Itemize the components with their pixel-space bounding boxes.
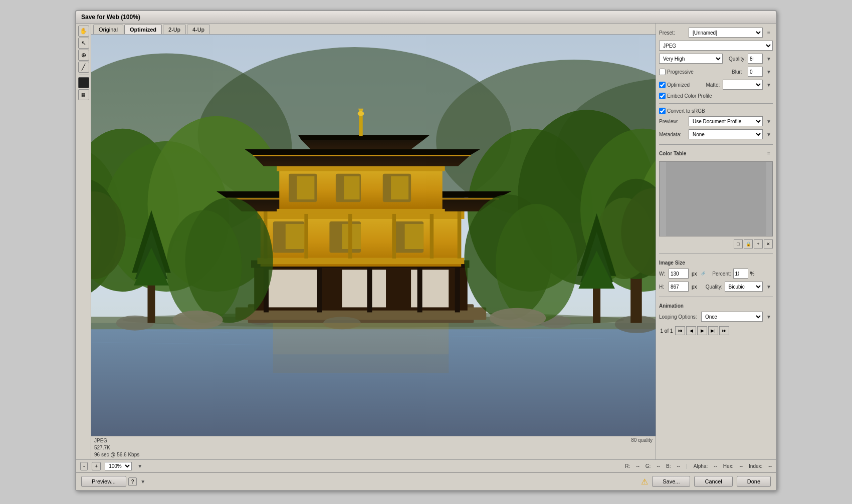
save-button-label: Save... (663, 478, 680, 484)
preset-select[interactable]: [Unnamed] (689, 28, 763, 38)
color-add-icon[interactable]: + (754, 239, 763, 248)
format-row: JPEG (659, 41, 773, 51)
zoom-select[interactable]: 100% (105, 462, 132, 470)
color-lock-icon[interactable]: 🔒 (744, 239, 753, 248)
looping-select[interactable]: Once (701, 312, 763, 322)
svg-rect-28 (342, 270, 386, 307)
quality-resample-label: Quality: (700, 284, 723, 290)
metadata-label: Metadata: (659, 132, 687, 137)
svg-rect-50 (458, 211, 462, 259)
image-size-row: W: px 🔗 Percent: % (659, 269, 773, 279)
anim-next-btn[interactable]: ▶| (708, 326, 718, 335)
index-value: -- (768, 463, 772, 469)
color-map-icon[interactable]: □ (734, 239, 743, 248)
help-btn[interactable]: ? (128, 477, 137, 486)
zoom-out-btn[interactable]: - (80, 462, 88, 470)
alpha-value: -- (714, 463, 717, 469)
preview-image (91, 35, 656, 436)
svg-marker-63 (253, 155, 471, 166)
select-tool[interactable]: ↖ (78, 38, 89, 49)
animation-label: Animation (659, 303, 773, 309)
quality-input[interactable] (748, 54, 763, 64)
svg-rect-95 (273, 354, 449, 373)
svg-rect-38 (286, 224, 305, 249)
color-table-header: Color Table ≡ (659, 149, 773, 157)
height-input[interactable] (669, 282, 689, 292)
preset-menu-icon[interactable]: ≡ (765, 29, 773, 37)
cancel-button[interactable]: Cancel (694, 476, 732, 487)
convert-srgb-checkbox[interactable] (659, 108, 666, 114)
tab-optimized[interactable]: Optimized (124, 25, 162, 34)
preview-select[interactable]: Use Document Profile (689, 116, 763, 126)
r-label: R: (625, 463, 630, 469)
resample-select[interactable]: Bicubic (725, 282, 763, 292)
image-info-left: JPEG 527.7K 96 sec @ 56.6 Kbps (94, 437, 139, 458)
save-button[interactable]: Save... (652, 476, 690, 487)
toggle-slices[interactable]: ▦ (78, 89, 89, 100)
preset-label: Preset: (659, 30, 687, 36)
eyedropper-tool[interactable]: ╱ (78, 62, 89, 73)
metadata-select[interactable]: None (689, 129, 763, 139)
title-bar: Save for Web (100%) (76, 11, 776, 24)
looping-label: Looping Options: (659, 314, 699, 320)
hex-value: -- (739, 463, 743, 469)
color-table-menu-icon[interactable]: ≡ (765, 149, 773, 157)
matte-select[interactable] (723, 80, 763, 90)
blur-dropdown-icon[interactable]: ▼ (765, 68, 773, 76)
anim-first-btn[interactable]: ⏮ (675, 326, 685, 335)
format-select[interactable]: JPEG (659, 41, 773, 51)
compression-select[interactable]: Very High (659, 54, 723, 64)
preview-button[interactable]: Preview... (81, 476, 126, 487)
anim-play-btn[interactable]: ▶ (697, 326, 707, 335)
tab-4up[interactable]: 4-Up (187, 25, 210, 34)
zoom-in-btn[interactable]: + (92, 462, 101, 470)
height-px-label: px (692, 284, 697, 290)
quality-label: Quality: (725, 56, 746, 62)
color-delete-icon[interactable]: ✕ (764, 239, 773, 248)
left-toolbar: ✋ ↖ ⊕ ╱ ▦ (76, 24, 91, 459)
preview-button-label: Preview... (92, 478, 116, 484)
preview-panel-label: Preview: (659, 119, 687, 124)
width-input[interactable] (669, 269, 689, 279)
anim-prev-btn[interactable]: ◀ (686, 326, 696, 335)
g-value: -- (657, 463, 660, 469)
looping-dropdown-icon[interactable]: ▼ (765, 313, 773, 321)
svg-rect-60 (391, 176, 408, 199)
done-button[interactable]: Done (737, 476, 771, 487)
link-icon[interactable]: 🔗 (701, 272, 706, 276)
metadata-dropdown-icon[interactable]: ▼ (765, 130, 773, 138)
svg-rect-43 (257, 258, 464, 265)
anim-last-btn[interactable]: ⏭ (719, 326, 729, 335)
embed-profile-checkbox[interactable] (659, 93, 666, 99)
quality-dropdown-icon[interactable]: ▼ (765, 55, 773, 63)
height-quality-row: H: px Quality: Bicubic ▼ (659, 282, 773, 292)
action-bar: Preview... ? ▼ ⚠ Save... Cancel Done (76, 472, 776, 490)
tab-2up[interactable]: 2-Up (163, 25, 186, 34)
preset-row: Preset: [Unnamed] ≡ (659, 28, 773, 38)
blur-input[interactable] (748, 67, 763, 77)
convert-srgb-label: Convert to sRGB (667, 108, 705, 114)
image-time: 96 sec @ 56.6 Kbps (94, 451, 139, 458)
svg-rect-47 (348, 211, 352, 259)
cancel-button-label: Cancel (705, 478, 722, 484)
percent-unit: % (750, 271, 755, 277)
zoom-menu-icon[interactable]: ▼ (136, 462, 144, 470)
hand-tool[interactable]: ✋ (78, 26, 89, 37)
image-info-bar: JPEG 527.7K 96 sec @ 56.6 Kbps 80 qualit… (91, 436, 656, 459)
progressive-checkbox-row: Progressive (659, 69, 730, 75)
svg-point-92 (490, 308, 546, 328)
optimized-checkbox[interactable] (659, 82, 666, 88)
zoom-tool[interactable]: ⊕ (78, 50, 89, 61)
progressive-checkbox[interactable] (659, 69, 666, 75)
b-label: B: (666, 463, 671, 469)
percent-input[interactable] (733, 269, 748, 279)
preview-dropdown-icon[interactable]: ▼ (765, 117, 773, 125)
resample-dropdown-icon[interactable]: ▼ (765, 283, 773, 291)
tab-original[interactable]: Original (93, 25, 123, 34)
matte-dropdown-icon[interactable]: ▼ (765, 81, 773, 89)
foreground-color[interactable] (78, 77, 89, 88)
color-table-svg (666, 162, 766, 236)
looping-row: Looping Options: Once ▼ (659, 312, 773, 322)
optimized-checkbox-row: Optimized (659, 82, 704, 88)
preview-menu-icon[interactable]: ▼ (139, 477, 147, 485)
